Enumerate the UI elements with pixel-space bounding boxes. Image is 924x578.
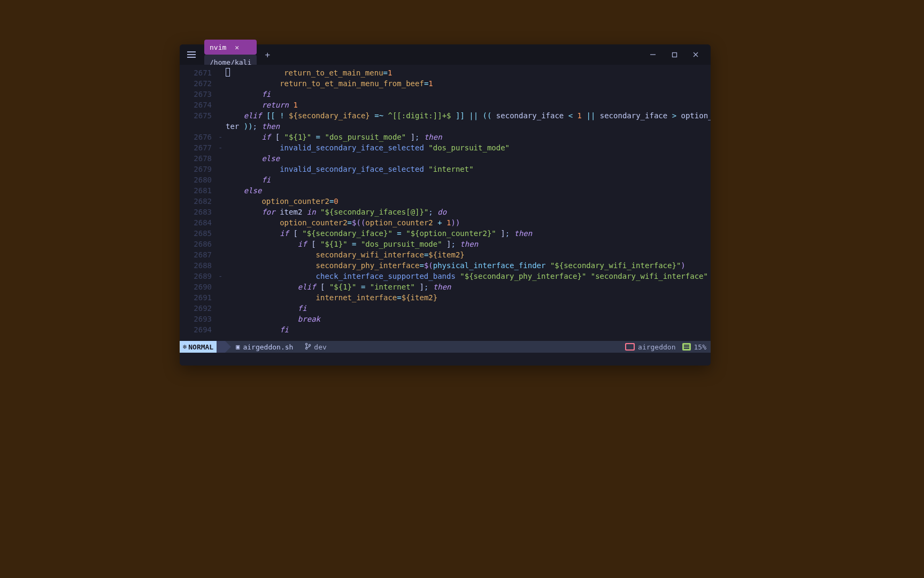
sign-column <box>218 185 226 196</box>
sign-column <box>218 153 226 164</box>
code-content: fi <box>226 89 711 100</box>
line-number: 2694 <box>180 324 218 335</box>
code-line: 2692 fi <box>180 303 711 314</box>
code-line: 2677- invalid_secondary_iface_selected "… <box>180 142 711 153</box>
svg-point-4 <box>306 343 307 345</box>
sign-column <box>218 110 226 121</box>
tab-0[interactable]: nvim✕ <box>204 40 257 55</box>
code-line: 2679 invalid_secondary_iface_selected "i… <box>180 164 711 174</box>
progress-icon <box>682 343 691 351</box>
line-number: 2689 <box>180 271 218 282</box>
code-line: 2685 if [ "${secondary_iface}" = "${opti… <box>180 228 711 239</box>
code-content: internet_interface=${item2} <box>226 292 711 303</box>
cursor <box>226 68 230 77</box>
line-number: 2672 <box>180 78 218 89</box>
sign-column <box>218 314 226 324</box>
folder-icon <box>625 343 635 351</box>
branch-icon <box>305 343 311 352</box>
code-editor[interactable]: 2671 return_to_et_main_menu=12672 return… <box>180 65 711 341</box>
code-content: fi <box>226 303 711 314</box>
line-number: 2671 <box>180 67 218 78</box>
line-number: 2690 <box>180 282 218 292</box>
code-content: else <box>226 185 711 196</box>
code-content: if [ "${secondary_iface}" = "${option_co… <box>226 228 711 239</box>
mode-label: NORMAL <box>188 343 213 351</box>
status-bar: ❄ NORMAL ▣ airgeddon.sh dev airgeddon 15… <box>180 341 711 353</box>
sign-column <box>218 67 226 78</box>
code-line: 2690 elif [ "${1}" = "internet" ]; then <box>180 282 711 292</box>
status-right: airgeddon 15% <box>625 343 711 351</box>
line-number: 2676 <box>180 132 218 142</box>
line-number: 2673 <box>180 89 218 100</box>
tab-close-icon[interactable]: ✕ <box>235 43 239 51</box>
code-line: 2688 secondary_phy_interface=$(physical_… <box>180 260 711 271</box>
titlebar: nvim✕/home/kali + <box>180 44 711 65</box>
new-tab-button[interactable]: + <box>260 47 275 62</box>
svg-point-6 <box>309 344 311 346</box>
sign-column <box>218 217 226 228</box>
sign-column <box>218 100 226 110</box>
line-number: 2686 <box>180 239 218 249</box>
branch-name: dev <box>314 343 326 351</box>
line-number: 2693 <box>180 314 218 324</box>
code-content: fi <box>226 324 711 335</box>
svg-rect-1 <box>672 52 676 57</box>
code-line: 2676- if [ "${1}" = "dos_pursuit_mode" ]… <box>180 132 711 142</box>
line-number: 2677 <box>180 142 218 153</box>
line-number: 2679 <box>180 164 218 174</box>
code-line: 2686 if [ "${1}" = "dos_pursuit_mode" ];… <box>180 239 711 249</box>
terminal-window: nvim✕/home/kali + 2671 return_to_et_main… <box>180 44 711 366</box>
code-line: ter )); then <box>180 121 711 132</box>
line-number: 2674 <box>180 100 218 110</box>
code-line: 2691 internet_interface=${item2} <box>180 292 711 303</box>
code-content: elif [[ ! ${secondary_iface} =~ ^[[:digi… <box>226 110 711 121</box>
code-content: secondary_phy_interface=$(physical_inter… <box>226 260 711 271</box>
code-content: fi <box>226 174 711 185</box>
maximize-button[interactable] <box>664 47 685 62</box>
mode-indicator: ❄ NORMAL <box>180 341 217 353</box>
sign-column <box>218 174 226 185</box>
code-content: for item2 in "${secondary_ifaces[@]}"; d… <box>226 207 711 217</box>
mode-icon: ❄ <box>183 343 187 351</box>
sign-column: - <box>218 142 226 153</box>
code-line: 2675 elif [[ ! ${secondary_iface} =~ ^[[… <box>180 110 711 121</box>
code-content: return_to_et_main_menu=1 <box>226 67 711 78</box>
code-line: 2680 fi <box>180 174 711 185</box>
sign-column <box>218 282 226 292</box>
line-number: 2688 <box>180 260 218 271</box>
code-line: 2684 option_counter2=$((option_counter2 … <box>180 217 711 228</box>
hamburger-menu-icon[interactable] <box>184 47 199 62</box>
sign-column <box>218 78 226 89</box>
sign-column <box>218 292 226 303</box>
sign-column <box>218 303 226 314</box>
sign-column <box>218 207 226 217</box>
line-number: 2680 <box>180 174 218 185</box>
sign-column <box>218 260 226 271</box>
line-number: 2685 <box>180 228 218 239</box>
code-content: option_counter2=$((option_counter2 + 1)) <box>226 217 711 228</box>
sign-column <box>218 249 226 260</box>
code-content: else <box>226 153 711 164</box>
line-number <box>180 121 218 132</box>
sign-column: - <box>218 271 226 282</box>
sign-column <box>218 164 226 174</box>
close-button[interactable] <box>685 47 706 62</box>
code-content: secondary_wifi_interface=${item2} <box>226 249 711 260</box>
tab-label: nvim <box>210 43 226 51</box>
line-number: 2675 <box>180 110 218 121</box>
code-content: return 1 <box>226 100 711 110</box>
code-line: 2693 break <box>180 314 711 324</box>
sign-column <box>218 324 226 335</box>
code-line: 2672 return_to_et_main_menu_from_beef=1 <box>180 78 711 89</box>
file-icon: ▣ <box>236 343 240 351</box>
minimize-button[interactable] <box>642 47 664 62</box>
code-content: option_counter2=0 <box>226 196 711 207</box>
code-content: ter )); then <box>226 121 711 132</box>
git-branch-indicator: dev <box>305 343 326 352</box>
line-number: 2682 <box>180 196 218 207</box>
file-name: airgeddon.sh <box>243 343 293 351</box>
code-line: 2678 else <box>180 153 711 164</box>
file-indicator: ▣ airgeddon.sh <box>236 343 293 351</box>
code-line: 2683 for item2 in "${secondary_ifaces[@]… <box>180 207 711 217</box>
scroll-percent: 15% <box>694 343 706 351</box>
